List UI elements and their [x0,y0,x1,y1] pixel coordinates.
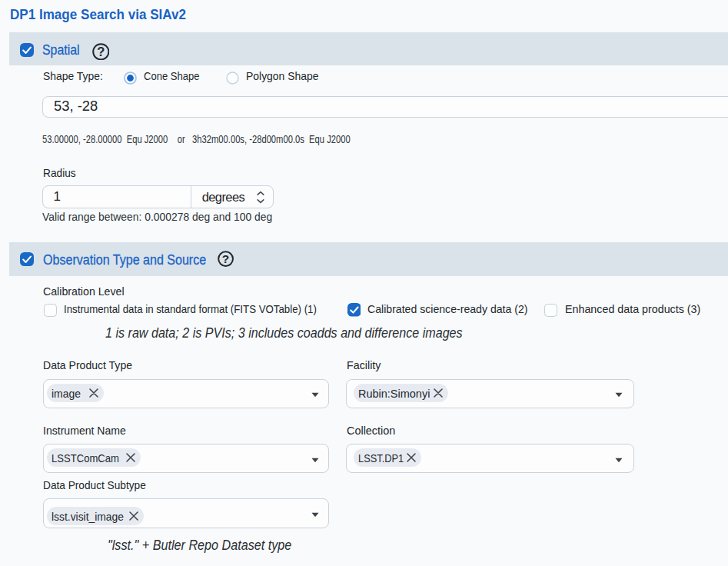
svg-text:?: ? [97,45,105,58]
svg-text:?: ? [222,253,229,266]
